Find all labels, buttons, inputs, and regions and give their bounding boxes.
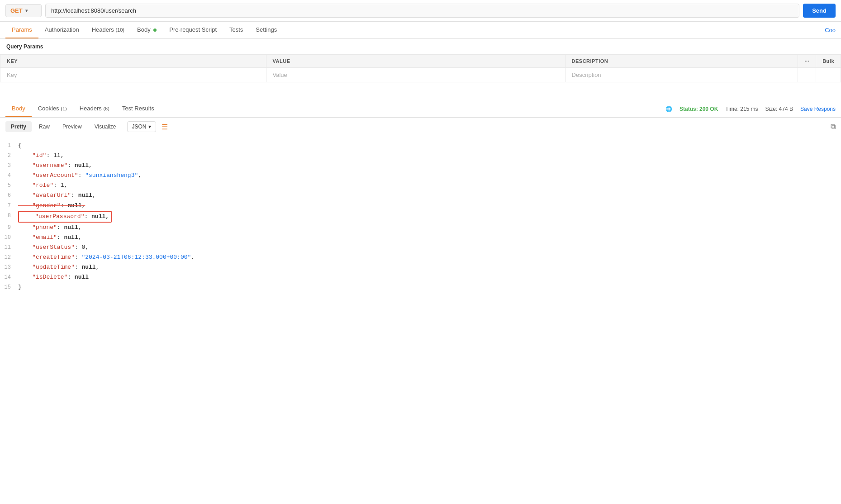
code-line-7: 7 "gender": null,: [0, 201, 841, 211]
tab-settings[interactable]: Settings: [249, 22, 283, 38]
tab-headers[interactable]: Headers (10): [86, 22, 131, 38]
line-content: "id": 11,: [18, 151, 841, 161]
line-number: 7: [0, 201, 18, 210]
code-line-1: 1 {: [0, 141, 841, 151]
chevron-down-icon: ▾: [148, 124, 151, 130]
line-number: 8: [0, 211, 18, 220]
col-header-actions: ···: [798, 55, 816, 68]
line-content: "role": 1,: [18, 181, 841, 190]
method-label: GET: [10, 7, 23, 14]
col-header-value: VALUE: [266, 55, 565, 68]
query-params-label: Query Params: [0, 39, 841, 54]
line-content: "userAccount": "sunxiansheng3",: [18, 171, 841, 181]
line-number: 10: [0, 233, 18, 242]
response-tab-headers[interactable]: Headers (6): [73, 100, 116, 117]
cookies-link[interactable]: Coo: [825, 22, 836, 38]
line-number: 1: [0, 141, 18, 150]
code-line-10: 10 "email": null,: [0, 233, 841, 242]
line-number: 9: [0, 223, 18, 232]
line-content: "updateTime": null,: [18, 262, 841, 272]
url-bar: GET ▾ Send: [0, 0, 841, 22]
chevron-down-icon: ▾: [25, 8, 28, 13]
copy-icon[interactable]: ⧉: [831, 123, 836, 131]
url-input[interactable]: [45, 4, 799, 18]
line-number: 2: [0, 151, 18, 160]
key-cell[interactable]: Key: [0, 68, 266, 82]
code-line-2: 2 "id": 11,: [0, 151, 841, 161]
col-header-key: KEY: [0, 55, 266, 68]
code-line-12: 12 "createTime": "2024-03-21T06:12:33.00…: [0, 252, 841, 262]
format-label: JSON: [132, 124, 147, 130]
wrap-icon[interactable]: ☰: [162, 123, 168, 131]
line-content: "phone": null,: [18, 223, 841, 233]
response-tab-test-results[interactable]: Test Results: [116, 100, 161, 117]
code-line-4: 4 "userAccount": "sunxiansheng3",: [0, 171, 841, 181]
size-label: Size: 474 B: [765, 106, 793, 112]
value-cell[interactable]: Value: [266, 68, 565, 82]
response-tab-cookies[interactable]: Cookies (1): [32, 100, 73, 117]
line-number: 14: [0, 272, 18, 282]
status-ok: Status: 200 OK: [679, 106, 718, 112]
line-content: }: [18, 282, 841, 292]
view-tab-visualize[interactable]: Visualize: [89, 121, 122, 132]
line-content: "avatarUrl": null,: [18, 190, 841, 200]
code-line-6: 6 "avatarUrl": null,: [0, 190, 841, 200]
line-number: 5: [0, 181, 18, 190]
line-content: "userPassword": null,: [18, 211, 841, 223]
code-line-15: 15 }: [0, 282, 841, 292]
actions-cell: [798, 68, 816, 82]
code-line-11: 11 "userStatus": 0,: [0, 242, 841, 252]
method-select[interactable]: GET ▾: [5, 4, 42, 17]
desc-cell[interactable]: Description: [565, 68, 798, 82]
section-divider: [0, 82, 841, 100]
view-tabs: Pretty Raw Preview Visualize JSON ▾ ☰ ⧉: [0, 118, 841, 136]
code-area: 1 { 2 "id": 11, 3 "username": null, 4 "u…: [0, 136, 841, 297]
view-tab-raw[interactable]: Raw: [33, 121, 55, 132]
format-select[interactable]: JSON ▾: [127, 121, 156, 132]
code-line-14: 14 "isDelete": null: [0, 272, 841, 282]
line-content: "isDelete": null: [18, 272, 841, 282]
line-content: "gender": null,: [18, 201, 841, 211]
tab-pre-request[interactable]: Pre-request Script: [163, 22, 223, 38]
code-line-3: 3 "username": null,: [0, 161, 841, 171]
params-empty-row: Key Value Description: [0, 68, 841, 82]
tab-params[interactable]: Params: [5, 22, 38, 38]
tab-authorization[interactable]: Authorization: [38, 22, 86, 38]
col-header-desc: DESCRIPTION: [565, 55, 798, 68]
response-status: 🌐 Status: 200 OK Time: 215 ms Size: 474 …: [665, 106, 836, 112]
view-tab-preview[interactable]: Preview: [57, 121, 87, 132]
line-content: "userStatus": 0,: [18, 242, 841, 252]
tab-body[interactable]: Body: [131, 22, 163, 38]
response-tab-body[interactable]: Body: [5, 100, 32, 117]
send-button[interactable]: Send: [803, 4, 836, 18]
tab-tests[interactable]: Tests: [223, 22, 249, 38]
bulk-cell: [816, 68, 841, 82]
line-content: "username": null,: [18, 161, 841, 171]
code-line-8: 8 "userPassword": null,: [0, 211, 841, 223]
line-number: 13: [0, 262, 18, 272]
line-content: {: [18, 141, 841, 151]
line-number: 4: [0, 171, 18, 180]
line-content: "createTime": "2024-03-21T06:12:33.000+0…: [18, 252, 841, 262]
line-number: 12: [0, 252, 18, 262]
request-tabs: Params Authorization Headers (10) Body P…: [0, 22, 841, 39]
response-tabs: Body Cookies (1) Headers (6) Test Result…: [0, 100, 841, 118]
time-label: Time: 215 ms: [725, 106, 758, 112]
line-number: 15: [0, 282, 18, 292]
line-number: 6: [0, 190, 18, 200]
view-tab-pretty[interactable]: Pretty: [5, 121, 32, 132]
code-line-13: 13 "updateTime": null,: [0, 262, 841, 272]
globe-icon[interactable]: 🌐: [665, 106, 672, 112]
save-response-button[interactable]: Save Respons: [800, 106, 836, 112]
code-line-9: 9 "phone": null,: [0, 223, 841, 233]
code-line-5: 5 "role": 1,: [0, 181, 841, 190]
col-header-bulk: Bulk: [816, 55, 841, 68]
line-number: 11: [0, 242, 18, 252]
line-number: 3: [0, 161, 18, 170]
line-content: "email": null,: [18, 233, 841, 242]
params-table: KEY VALUE DESCRIPTION ··· Bulk Key Value…: [0, 54, 841, 82]
